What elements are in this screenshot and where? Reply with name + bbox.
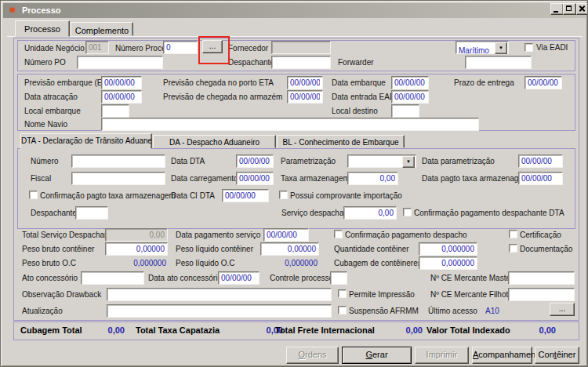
valor-total-indexado-value: 0,00 — [517, 325, 556, 335]
certificacao-label: Certificação — [520, 231, 561, 240]
total-servico-despachante-field — [105, 228, 168, 242]
tab-complemento[interactable]: Complemento — [71, 22, 133, 36]
cubagem-total-label: Cubagem Total — [20, 325, 82, 335]
chevron-down-icon[interactable]: ▼ — [495, 42, 507, 54]
ce-mercante-master-field[interactable] — [508, 271, 575, 285]
data-ato-concessorio-label: Data ato concessório — [148, 274, 222, 283]
data-ci-dta-field[interactable] — [222, 189, 269, 202]
acompanhamento-button[interactable]: Acompanhamento — [472, 347, 532, 364]
ato-concessorio-field[interactable] — [81, 271, 144, 285]
cubagem-conteineres-label: Cubagem de contêineres — [334, 259, 422, 268]
confirmacao-pagamento-despachante-label: Confirmação pagamento despachante DTA — [414, 209, 564, 218]
previsao-chegada-armazem-field[interactable] — [287, 90, 323, 104]
total-servico-despachante-label: Total Serviço Despachante — [22, 231, 115, 240]
cubagem-conteineres-field[interactable] — [419, 256, 477, 270]
local-embarque-field[interactable] — [101, 104, 129, 118]
confirmacao-pagamento-despachante-checkbox[interactable] — [403, 208, 412, 216]
confirmacao-pagto-taxa-checkbox[interactable] — [29, 191, 38, 199]
tab-dta[interactable]: DTA - Declaração de Trânsito Aduaneiro — [20, 133, 152, 149]
gerar-movimentos-button[interactable]: Gerar Movimentos — [342, 347, 412, 364]
quantidade-conteiner-field[interactable] — [419, 242, 477, 256]
maximize-icon[interactable] — [563, 3, 576, 15]
nome-navio-field[interactable] — [101, 118, 479, 131]
dta-despachante-field[interactable] — [75, 206, 108, 220]
processo-window: ✸ Processo Processo Complemento Unidade … — [0, 0, 588, 367]
chevron-down-icon[interactable]: ▼ — [402, 156, 415, 168]
certificacao-checkbox[interactable] — [509, 230, 517, 238]
forwarder-label: Forwarder — [338, 58, 374, 67]
possui-comprovante-label: Possui comprovante importação — [290, 191, 402, 201]
observacao-drawback-label: Observação Drawback — [22, 290, 101, 300]
taxa-armazenagem-label: Taxa armazenagem — [281, 174, 350, 184]
app-icon: ✸ — [9, 5, 16, 16]
permite-impressao-checkbox[interactable] — [338, 289, 347, 298]
tab-bl[interactable]: BL - Conhecimento de Embarque — [277, 135, 405, 148]
via-eadi-label: Via EADI — [536, 43, 568, 53]
atualizacao-field[interactable] — [107, 304, 332, 318]
parametrizacao-select[interactable]: ▼ — [347, 154, 416, 168]
data-ci-dta-label: Data CI DTA — [171, 191, 215, 201]
suspensao-afrmm-checkbox[interactable] — [338, 306, 347, 314]
ce-mercante-filhote-field[interactable] — [508, 288, 575, 301]
previsao-chegada-porto-label: Previsão chegada no porto ETA — [163, 78, 274, 88]
local-destino-field[interactable] — [391, 104, 419, 118]
taxa-armazenagem-field[interactable] — [347, 172, 398, 185]
data-entrada-eadi-field[interactable] — [391, 90, 429, 104]
previsao-chegada-porto-field[interactable] — [287, 76, 323, 89]
confirmacao-pagto-taxa-label: Confirmação pagto taxa armazenagem — [40, 191, 176, 201]
numero-processo-browse-button[interactable]: ... — [202, 40, 223, 53]
fornecedor-label: Fornecedor — [228, 44, 268, 53]
conteiner-button[interactable]: Contêiner — [535, 347, 579, 364]
prazo-entrega-label: Prazo de entrega — [454, 78, 514, 88]
data-parametrizacao-field[interactable] — [518, 154, 563, 168]
fiscal-field[interactable] — [71, 172, 165, 185]
fiscal-label: Fiscal — [31, 174, 51, 184]
total-taxa-capatazia-label: Total Taxa Capatazia — [136, 325, 220, 335]
tab-processo[interactable]: Processo — [15, 20, 70, 37]
servico-despachante-field[interactable] — [343, 206, 397, 220]
unidade-negocio-label: Unidade Negócio — [24, 44, 85, 53]
data-pagamento-servico-field[interactable] — [263, 228, 309, 242]
controle-processo-label: Controle processo — [270, 274, 333, 283]
forwarder-field[interactable] — [465, 56, 532, 69]
peso-bruto-conteiner-label: Peso bruto contêiner — [22, 245, 94, 254]
data-dta-field[interactable] — [236, 154, 274, 168]
close-icon[interactable] — [576, 3, 588, 15]
ordens-button: Ordens — [286, 347, 339, 364]
data-atracacao-field[interactable] — [101, 90, 142, 104]
previsao-embarque-field[interactable] — [101, 76, 142, 89]
possui-comprovante-checkbox[interactable] — [279, 191, 288, 199]
documentacao-checkbox[interactable] — [509, 244, 517, 253]
dta-despachante-label: Despachante — [31, 209, 77, 218]
title-bar[interactable]: ✸ Processo — [3, 3, 586, 18]
modal-select-value: Marítimo — [459, 46, 489, 55]
data-pagto-taxa-field[interactable] — [518, 172, 563, 185]
suspensao-afrmm-label: Suspensão AFRMM — [349, 307, 419, 316]
peso-bruto-oc-value: 0,000000 — [105, 259, 166, 270]
data-embarque-field[interactable] — [391, 76, 429, 89]
nome-navio-label: Nome Navio — [24, 120, 67, 129]
despachante-field[interactable] — [271, 56, 331, 69]
numero-po-field[interactable] — [77, 56, 163, 69]
numero-processo-field[interactable] — [163, 41, 198, 54]
confirmacao-pagamento-despacho-checkbox[interactable] — [334, 230, 343, 238]
minimize-icon[interactable] — [550, 3, 564, 15]
peso-liquido-conteiner-label: Peso líquido contêiner — [176, 245, 253, 254]
modal-select[interactable]: Marítimo ▼ — [456, 41, 509, 54]
ultimo-acesso-browse-button[interactable]: ... — [550, 303, 575, 316]
controle-processo-field[interactable] — [330, 271, 347, 285]
peso-bruto-conteiner-field[interactable] — [105, 242, 168, 256]
local-destino-label: Local destino — [332, 107, 378, 116]
data-carregamento-field[interactable] — [236, 172, 274, 185]
tab-da[interactable]: DA - Despacho Aduaneiro — [153, 135, 276, 148]
data-ato-concessorio-field[interactable] — [218, 271, 260, 285]
observacao-drawback-field[interactable] — [107, 288, 332, 301]
prazo-entrega-field[interactable] — [524, 76, 562, 89]
confirmacao-pagamento-despacho-label: Confirmação pagamento despacho — [345, 231, 467, 240]
data-parametrizacao-label: Data parametrização — [422, 157, 495, 166]
peso-liquido-conteiner-field[interactable] — [260, 242, 319, 256]
unidade-negocio-field — [85, 41, 109, 54]
via-eadi-checkbox[interactable] — [524, 43, 533, 52]
dta-numero-label: Número — [31, 157, 59, 166]
dta-numero-field[interactable] — [71, 154, 165, 168]
